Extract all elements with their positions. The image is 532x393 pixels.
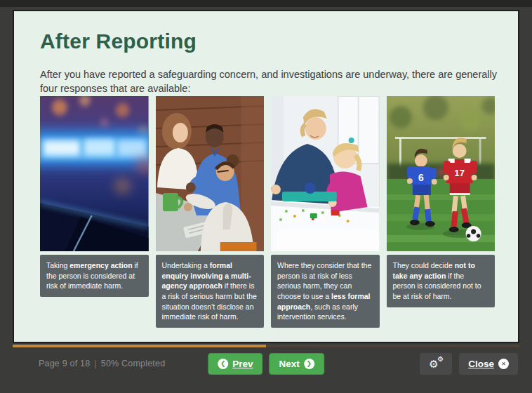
close-button-label: Close	[468, 359, 494, 369]
jersey-number-red: 17	[454, 168, 464, 178]
police-lights-image	[40, 96, 149, 251]
children-football-photo: 6 17	[387, 96, 496, 251]
close-circle-icon: ✕	[498, 359, 509, 369]
next-button[interactable]: Next ❯	[270, 353, 324, 375]
close-button[interactable]: Close ✕	[459, 353, 518, 375]
chevron-left-circle-icon: ❮	[218, 359, 228, 369]
early-intervention-photo	[271, 96, 380, 251]
police-lights-photo	[40, 96, 149, 251]
slide-card: After Reporting After you have reported …	[13, 10, 519, 343]
prev-button[interactable]: ❮ Prev	[208, 353, 262, 375]
window-top-edge	[0, 0, 532, 7]
chevron-right-circle-icon: ❯	[304, 359, 314, 369]
page-number-text: Page 9 of 18	[39, 359, 90, 368]
page-title: After Reporting	[40, 29, 197, 53]
course-progress-bar	[13, 345, 519, 347]
response-card-formal-enquiry: Undertaking a formal enquiry involving a…	[156, 96, 265, 328]
course-progress-fill	[13, 345, 266, 347]
navigation-buttons: ❮ Prev Next ❯	[208, 353, 324, 375]
progress-text: 50% Completed	[101, 359, 166, 368]
adult-child-activity-image	[271, 96, 380, 251]
children-football-image: 6 17	[387, 96, 496, 251]
next-button-label: Next	[279, 359, 300, 369]
response-columns: Taking emergency action if the person is…	[40, 96, 495, 328]
page-status: Page 9 of 18|50% Completed	[39, 359, 165, 368]
caption-formal-enquiry: Undertaking a formal enquiry involving a…	[156, 255, 265, 328]
caption-no-action: They could decide not to take any action…	[387, 255, 496, 307]
response-card-no-action: 6 17	[387, 96, 496, 307]
prev-button-label: Prev	[232, 359, 253, 369]
status-separator: |	[94, 359, 96, 368]
caption-less-formal: Where they consider that the person is a…	[271, 255, 380, 328]
jersey-number-blue: 6	[418, 172, 423, 183]
gear-small-icon: ⚙	[437, 356, 444, 363]
multi-agency-meeting-photo	[156, 96, 265, 251]
response-card-emergency: Taking emergency action if the person is…	[40, 96, 149, 297]
response-card-less-formal: Where they consider that the person is a…	[271, 96, 380, 328]
utility-buttons: ⚙ ⚙ Close ✕	[420, 353, 518, 375]
meeting-image	[156, 96, 265, 251]
caption-emergency-action: Taking emergency action if the person is…	[40, 255, 149, 297]
settings-button[interactable]: ⚙ ⚙	[420, 353, 452, 375]
intro-text: After you have reported a safeguarding c…	[40, 67, 500, 95]
cogs-icon: ⚙ ⚙	[429, 358, 443, 370]
